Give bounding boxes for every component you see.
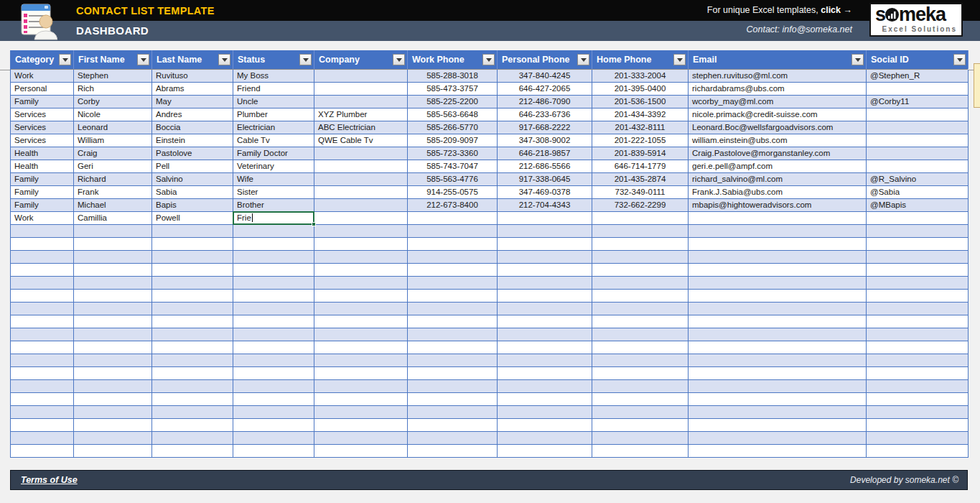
table-cell[interactable] (689, 290, 867, 303)
table-cell[interactable] (74, 225, 152, 238)
table-cell[interactable] (233, 251, 314, 264)
table-cell[interactable] (867, 147, 969, 160)
table-cell[interactable] (152, 238, 233, 251)
table-cell[interactable] (689, 303, 867, 315)
table-cell[interactable] (498, 419, 592, 432)
table-cell[interactable] (689, 406, 867, 419)
table-cell[interactable] (314, 354, 408, 367)
table-cell[interactable] (74, 238, 152, 251)
table-cell[interactable] (11, 367, 74, 380)
table-cell[interactable] (314, 315, 408, 328)
table-cell[interactable] (314, 432, 408, 445)
filter-button-work-phone[interactable] (482, 54, 495, 65)
table-cell[interactable] (867, 432, 969, 445)
table-cell[interactable] (11, 393, 74, 406)
table-cell[interactable] (408, 264, 498, 277)
table-cell[interactable]: 347-840-4245 (498, 70, 592, 83)
filter-button-home-phone[interactable] (673, 54, 686, 65)
table-cell[interactable] (689, 354, 867, 367)
table-cell[interactable] (867, 380, 969, 393)
table-cell[interactable] (74, 277, 152, 290)
table-cell[interactable] (592, 367, 689, 380)
table-cell[interactable] (233, 328, 314, 341)
table-cell[interactable]: Leonard (74, 121, 152, 134)
table-cell[interactable] (74, 290, 152, 303)
table-cell[interactable]: 646-714-1779 (592, 160, 689, 173)
table-cell[interactable] (314, 406, 408, 419)
table-cell[interactable]: 201-395-0400 (592, 83, 689, 96)
table-cell[interactable]: 732-662-2299 (592, 199, 689, 212)
table-cell[interactable] (867, 328, 969, 341)
table-cell[interactable]: Wife (233, 173, 314, 186)
table-cell[interactable] (314, 70, 408, 83)
table-cell[interactable] (152, 303, 233, 315)
table-cell[interactable]: My Boss (233, 70, 314, 83)
table-cell[interactable] (592, 225, 689, 238)
table-cell[interactable] (314, 303, 408, 315)
table-cell[interactable] (74, 393, 152, 406)
table-cell[interactable]: @Corby11 (867, 96, 969, 109)
table-cell[interactable] (11, 432, 74, 445)
table-cell[interactable]: 201-839-5914 (592, 147, 689, 160)
table-cell[interactable] (867, 134, 969, 147)
table-cell[interactable] (233, 406, 314, 419)
table-cell[interactable]: 585-209-9097 (408, 134, 498, 147)
table-cell[interactable]: Michael (74, 199, 152, 212)
table-cell[interactable] (408, 212, 498, 225)
table-cell[interactable] (498, 406, 592, 419)
table-cell[interactable]: 212-486-7090 (498, 96, 592, 109)
table-cell[interactable] (408, 341, 498, 354)
fill-handle[interactable] (312, 222, 316, 226)
table-cell[interactable] (689, 264, 867, 277)
table-cell[interactable]: richardabrams@ubs.com (689, 83, 867, 96)
table-cell[interactable] (498, 315, 592, 328)
table-cell[interactable] (498, 264, 592, 277)
table-cell[interactable] (592, 328, 689, 341)
table-cell[interactable]: 201-434-3392 (592, 109, 689, 121)
table-cell[interactable]: Ruvituso (152, 70, 233, 83)
table-cell[interactable]: Craig.Pastolove@morganstanley.com (689, 147, 867, 160)
table-cell[interactable] (74, 432, 152, 445)
table-cell[interactable] (233, 303, 314, 315)
filter-button-personal-phone[interactable] (577, 54, 589, 65)
table-cell[interactable] (152, 290, 233, 303)
table-cell[interactable]: Veterinary (233, 160, 314, 173)
table-cell[interactable] (152, 315, 233, 328)
table-cell[interactable] (74, 354, 152, 367)
table-cell[interactable] (314, 277, 408, 290)
table-cell[interactable]: 914-255-0575 (408, 186, 498, 199)
table-cell[interactable] (689, 328, 867, 341)
table-cell[interactable]: Work (11, 70, 74, 83)
table-cell[interactable] (152, 419, 233, 432)
table-cell[interactable] (408, 225, 498, 238)
table-cell[interactable]: Family (11, 186, 74, 199)
table-cell[interactable]: Richard (74, 173, 152, 186)
table-cell[interactable] (11, 328, 74, 341)
table-cell[interactable]: May (152, 96, 233, 109)
table-cell[interactable]: Electrician (233, 121, 314, 134)
table-cell[interactable]: mbapis@hightoweradvisors.com (689, 199, 867, 212)
table-cell[interactable] (408, 290, 498, 303)
table-cell[interactable]: Cable Tv (233, 134, 314, 147)
table-cell[interactable] (408, 406, 498, 419)
table-cell[interactable] (498, 251, 592, 264)
table-cell[interactable]: Family Doctor (233, 147, 314, 160)
table-cell[interactable] (867, 341, 969, 354)
table-cell[interactable] (689, 225, 867, 238)
table-cell[interactable]: Abrams (152, 83, 233, 96)
table-cell[interactable] (11, 445, 74, 458)
table-cell[interactable] (11, 290, 74, 303)
table-cell[interactable] (689, 251, 867, 264)
table-cell[interactable] (314, 251, 408, 264)
table-cell[interactable] (74, 328, 152, 341)
table-cell[interactable] (11, 225, 74, 238)
table-cell[interactable] (314, 341, 408, 354)
table-cell[interactable] (689, 380, 867, 393)
table-cell[interactable] (592, 432, 689, 445)
table-cell[interactable] (592, 341, 689, 354)
table-cell[interactable] (314, 238, 408, 251)
table-cell[interactable] (689, 212, 867, 225)
table-cell[interactable] (689, 393, 867, 406)
table-cell[interactable]: Services (11, 134, 74, 147)
table-cell[interactable]: 917-338-0645 (498, 173, 592, 186)
